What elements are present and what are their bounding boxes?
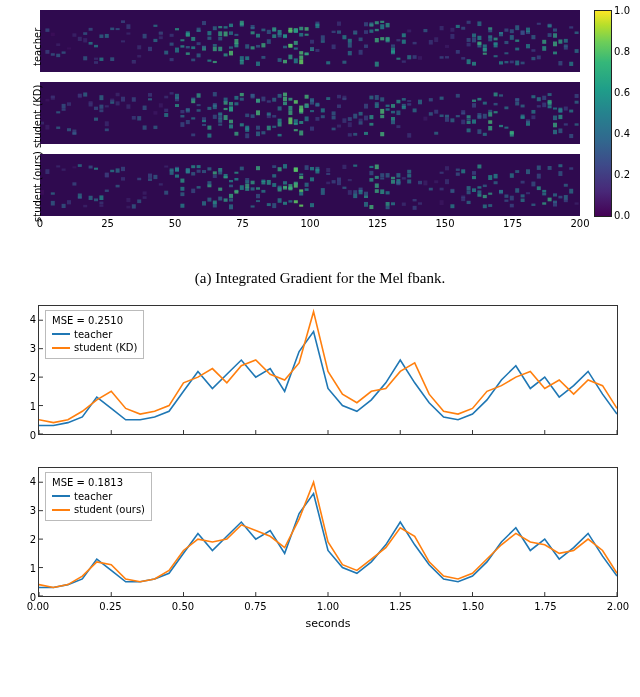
svg-rect-336: [218, 118, 222, 123]
svg-rect-293: [126, 104, 130, 108]
svg-rect-496: [504, 127, 508, 129]
xtick: 125: [368, 218, 387, 229]
svg-rect-702: [380, 189, 384, 194]
svg-rect-413: [337, 95, 341, 99]
svg-rect-583: [180, 192, 184, 196]
svg-rect-81: [234, 34, 238, 36]
svg-rect-580: [175, 174, 179, 177]
svg-rect-691: [364, 192, 368, 196]
svg-rect-274: [72, 132, 76, 135]
svg-rect-785: [558, 196, 562, 199]
svg-rect-74: [224, 31, 228, 36]
svg-rect-291: [116, 101, 120, 105]
svg-rect-316: [186, 109, 190, 112]
svg-rect-10: [83, 32, 87, 35]
svg-rect-566: [137, 199, 141, 203]
svg-rect-485: [483, 102, 487, 105]
svg-rect-513: [542, 96, 546, 100]
xtick: 75: [236, 218, 249, 229]
svg-rect-449: [402, 98, 406, 101]
svg-rect-346: [229, 107, 233, 111]
svg-rect-285: [105, 121, 109, 126]
svg-rect-372: [272, 126, 276, 128]
svg-rect-541: [67, 200, 71, 204]
svg-rect-464: [445, 118, 449, 122]
svg-rect-379: [283, 93, 287, 96]
svg-rect-638: [272, 174, 276, 177]
svg-rect-755: [488, 204, 492, 207]
svg-rect-753: [488, 193, 492, 195]
xtick: 0.00: [27, 601, 49, 612]
svg-rect-645: [278, 167, 282, 171]
svg-rect-403: [310, 127, 314, 131]
svg-rect-768: [521, 194, 525, 197]
svg-rect-377: [278, 94, 282, 98]
svg-rect-2: [51, 53, 55, 56]
svg-rect-547: [83, 205, 87, 208]
svg-rect-774: [537, 165, 541, 169]
svg-rect-107: [283, 46, 287, 49]
svg-rect-417: [342, 118, 346, 123]
svg-rect-381: [283, 102, 287, 106]
svg-rect-181: [418, 56, 422, 60]
svg-rect-125: [299, 51, 303, 54]
svg-rect-303: [159, 103, 163, 107]
svg-rect-657: [294, 168, 298, 172]
svg-rect-398: [305, 104, 309, 108]
svg-rect-536: [51, 192, 55, 194]
svg-rect-453: [407, 103, 411, 105]
svg-rect-467: [456, 115, 460, 117]
svg-rect-234: [521, 62, 525, 65]
heatmap-student-ours-svg: [40, 154, 580, 216]
svg-rect-340: [224, 98, 228, 102]
svg-rect-769: [521, 199, 525, 202]
svg-rect-161: [375, 29, 379, 31]
svg-rect-243: [542, 40, 546, 44]
svg-rect-147: [348, 43, 352, 48]
svg-rect-157: [369, 22, 373, 26]
svg-rect-713: [396, 173, 400, 177]
svg-rect-637: [267, 203, 271, 206]
svg-rect-134: [315, 24, 319, 28]
svg-rect-418: [342, 96, 346, 99]
svg-rect-146: [348, 39, 352, 43]
svg-rect-664: [299, 189, 303, 191]
svg-rect-300: [148, 98, 152, 100]
svg-rect-414: [337, 104, 341, 107]
svg-rect-550: [94, 198, 98, 201]
svg-rect-375: [278, 119, 282, 123]
svg-rect-128: [305, 27, 309, 31]
svg-rect-223: [504, 52, 508, 54]
svg-rect-199: [472, 38, 476, 43]
svg-rect-561: [121, 167, 125, 171]
svg-rect-49: [186, 46, 190, 48]
svg-rect-140: [332, 31, 336, 33]
svg-rect-350: [240, 123, 244, 126]
xtick: 0.25: [99, 601, 121, 612]
svg-rect-424: [359, 112, 363, 116]
xtick: 1.25: [389, 601, 411, 612]
svg-rect-268: [56, 111, 60, 113]
svg-rect-732: [450, 204, 454, 208]
svg-rect-674: [321, 188, 325, 193]
svg-rect-349: [234, 96, 238, 100]
svg-rect-239: [531, 35, 535, 39]
heatmap-student-kd-svg: [40, 82, 580, 144]
svg-rect-614: [229, 185, 233, 188]
svg-rect-435: [375, 105, 379, 108]
svg-rect-746: [477, 165, 481, 169]
svg-rect-394: [299, 131, 303, 136]
svg-rect-88: [251, 31, 255, 34]
svg-rect-139: [332, 44, 336, 49]
legend-swatch-teacher: [52, 333, 70, 335]
svg-rect-8: [72, 33, 76, 36]
svg-rect-644: [278, 186, 282, 190]
svg-rect-374: [278, 106, 282, 110]
svg-rect-224: [504, 28, 508, 31]
svg-rect-675: [326, 182, 330, 185]
svg-rect-665: [305, 165, 309, 170]
svg-rect-540: [62, 168, 66, 170]
svg-rect-48: [186, 52, 190, 55]
svg-rect-454: [407, 100, 411, 102]
xtick: 0: [37, 218, 43, 229]
